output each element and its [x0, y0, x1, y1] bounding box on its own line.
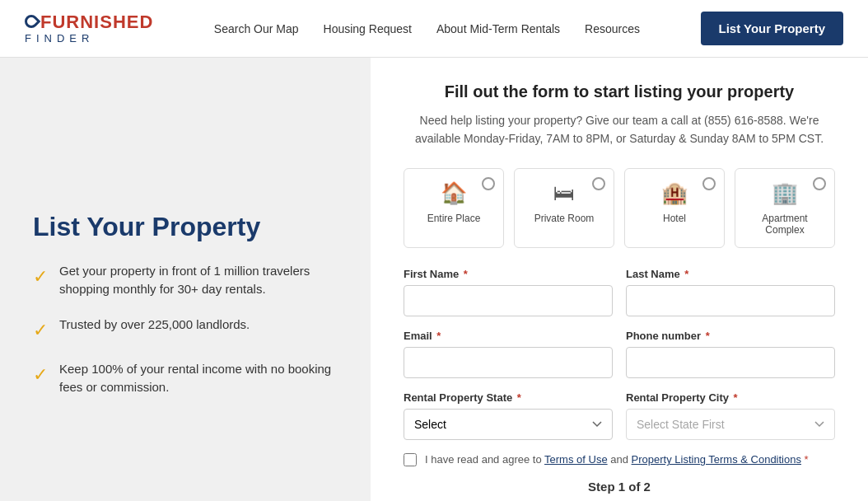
email-required: *	[434, 330, 441, 342]
state-label: Rental Property State *	[404, 391, 613, 404]
entire-place-label: Entire Place	[427, 213, 481, 224]
city-select[interactable]: Select State First	[626, 409, 835, 440]
step-indicator: Step 1 of 2	[404, 480, 835, 494]
main-layout: List Your Property ✓ Get your property i…	[0, 58, 868, 501]
checkmark-icon-3: ✓	[33, 361, 48, 388]
form-title: Fill out the form to start listing your …	[404, 82, 835, 101]
email-phone-row: Email * Phone number *	[404, 330, 835, 378]
left-panel: List Your Property ✓ Get your property i…	[0, 58, 371, 501]
feature-list: ✓ Get your property in front of 1 millio…	[33, 262, 338, 397]
nav-resources[interactable]: Resources	[585, 22, 640, 35]
property-terms-link[interactable]: Property Listing Terms & Conditions	[632, 453, 801, 466]
form-subtitle: Need help listing your property? Give ou…	[404, 111, 835, 148]
state-required: *	[514, 391, 521, 404]
phone-group: Phone number *	[626, 330, 835, 378]
nav-housing-request[interactable]: Housing Request	[324, 22, 412, 35]
phone-input[interactable]	[626, 347, 835, 378]
checkmark-icon-1: ✓	[33, 263, 48, 290]
logo[interactable]: FURNISHED FINDER	[25, 13, 153, 44]
radio-apartment-complex[interactable]	[813, 177, 826, 190]
radio-private-room[interactable]	[592, 177, 605, 190]
last-name-required: *	[682, 268, 689, 280]
feature-item-1: ✓ Get your property in front of 1 millio…	[33, 262, 338, 299]
city-group: Rental Property City * Select State Firs…	[626, 391, 835, 440]
header: FURNISHED FINDER Search Our Map Housing …	[0, 0, 868, 58]
feature-item-2: ✓ Trusted by over 225,000 landlords.	[33, 316, 338, 344]
nav-about-mid-term[interactable]: About Mid-Term Rentals	[436, 22, 560, 35]
first-name-group: First Name *	[404, 268, 613, 316]
email-group: Email *	[404, 330, 613, 378]
property-type-selector: 🏠 Entire Place 🛏 Private Room 🏨 Hotel 🏢 …	[404, 168, 835, 248]
first-name-label: First Name *	[404, 268, 613, 280]
entire-place-icon: 🏠	[441, 180, 467, 206]
city-required: *	[730, 391, 738, 404]
last-name-label: Last Name *	[626, 268, 835, 280]
list-property-button[interactable]: List Your Property	[701, 12, 843, 45]
last-name-input[interactable]	[626, 285, 835, 316]
logo-bottom: FINDER	[25, 33, 153, 44]
email-input[interactable]	[404, 347, 613, 378]
state-select[interactable]: Select Alabama Alaska Arizona California…	[404, 409, 613, 440]
logo-key-icon	[22, 12, 41, 31]
phone-required: *	[702, 330, 710, 342]
feature-text-2: Trusted by over 225,000 landlords.	[59, 316, 250, 335]
apartment-complex-label: Apartment Complex	[744, 213, 826, 236]
terms-required: *	[805, 453, 809, 466]
property-type-apartment-complex[interactable]: 🏢 Apartment Complex	[735, 168, 835, 248]
checkmark-icon-2: ✓	[33, 316, 48, 344]
first-name-input[interactable]	[404, 285, 613, 316]
terms-checkbox-row: I have read and agree to Terms of Use an…	[404, 453, 835, 466]
city-label: Rental Property City *	[626, 391, 835, 404]
private-room-icon: 🛏	[553, 180, 575, 206]
email-label: Email *	[404, 330, 613, 342]
private-room-label: Private Room	[534, 213, 595, 224]
feature-item-3: ✓ Keep 100% of your rental income with n…	[33, 360, 338, 397]
property-type-hotel[interactable]: 🏨 Hotel	[624, 168, 725, 248]
feature-text-3: Keep 100% of your rental income with no …	[59, 360, 338, 397]
logo-top: FURNISHED	[25, 13, 153, 31]
radio-hotel[interactable]	[702, 177, 716, 190]
apartment-complex-icon: 🏢	[772, 180, 798, 206]
feature-text-1: Get your property in front of 1 million …	[59, 262, 338, 299]
hotel-icon: 🏨	[661, 180, 688, 206]
property-type-entire-place[interactable]: 🏠 Entire Place	[404, 168, 504, 248]
last-name-group: Last Name *	[626, 268, 835, 316]
terms-checkbox[interactable]	[404, 453, 417, 466]
right-panel: Fill out the form to start listing your …	[371, 58, 868, 501]
nav-search-our-map[interactable]: Search Our Map	[214, 22, 299, 35]
hotel-label: Hotel	[663, 213, 686, 224]
first-name-required: *	[460, 268, 468, 280]
name-row: First Name * Last Name *	[404, 268, 835, 316]
radio-entire-place[interactable]	[482, 177, 495, 190]
terms-of-use-link[interactable]: Terms of Use	[544, 453, 608, 466]
state-group: Rental Property State * Select Alabama A…	[404, 391, 613, 440]
state-city-row: Rental Property State * Select Alabama A…	[404, 391, 835, 440]
left-content: List Your Property ✓ Get your property i…	[33, 212, 338, 414]
phone-label: Phone number *	[626, 330, 835, 342]
property-type-private-room[interactable]: 🛏 Private Room	[514, 168, 614, 248]
main-nav: Search Our Map Housing Request About Mid…	[214, 22, 640, 35]
left-panel-title: List Your Property	[33, 212, 338, 242]
terms-text: I have read and agree to Terms of Use an…	[425, 453, 809, 466]
